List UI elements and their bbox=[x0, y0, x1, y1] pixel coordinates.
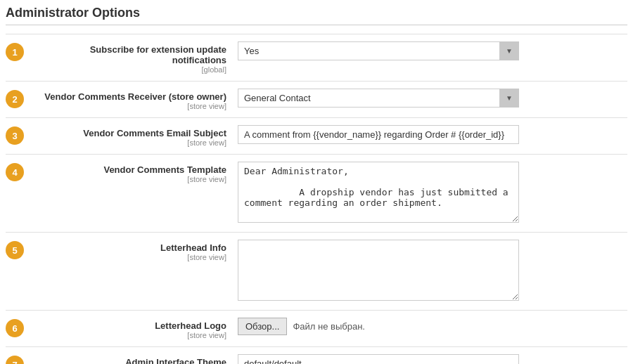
badge-icon-1: 1 bbox=[6, 43, 24, 61]
row-control-7 bbox=[238, 354, 627, 364]
textarea-5[interactable] bbox=[238, 240, 519, 301]
row-label-5: Letterhead Info[store view] bbox=[34, 240, 238, 261]
badge-icon-3: 3 bbox=[6, 126, 24, 145]
file-row-6: Обзор...Файл не выбран. bbox=[238, 318, 627, 335]
form-container: 1Subscribe for extension update notifica… bbox=[6, 34, 627, 364]
row-badge-4: 4 bbox=[6, 162, 34, 181]
badge-icon-5: 5 bbox=[6, 241, 24, 259]
row-control-5 bbox=[238, 240, 627, 303]
text-input-7[interactable] bbox=[238, 354, 519, 364]
label-sub-2: [store view] bbox=[34, 102, 226, 110]
row-label-6: Letterhead Logo[store view] bbox=[34, 318, 238, 339]
label-main-7: Admin Interface Theme bbox=[34, 357, 226, 364]
row-label-2: Vendor Comments Receiver (store owner)[s… bbox=[34, 89, 238, 110]
row-badge-5: 5 bbox=[6, 240, 34, 259]
row-label-7: Admin Interface Theme[store view] bbox=[34, 354, 238, 364]
row-control-3 bbox=[238, 125, 627, 144]
label-sub-6: [store view] bbox=[34, 331, 226, 339]
label-sub-5: [store view] bbox=[34, 253, 226, 261]
row-control-2: General ContactSales RepresentativeCusto… bbox=[238, 89, 627, 108]
label-main-1: Subscribe for extension update notificat… bbox=[34, 44, 226, 65]
row-label-4: Vendor Comments Template[store view] bbox=[34, 162, 238, 183]
form-row-6: 6Letterhead Logo[store view]Обзор...Файл… bbox=[6, 310, 627, 346]
label-main-5: Letterhead Info bbox=[34, 242, 226, 253]
form-row-4: 4Vendor Comments Template[store view] bbox=[6, 154, 627, 232]
form-row-3: 3Vendor Comments Email Subject[store vie… bbox=[6, 117, 627, 154]
row-badge-3: 3 bbox=[6, 125, 34, 145]
badge-icon-6: 6 bbox=[6, 319, 24, 337]
select-wrapper-1: YesNo bbox=[238, 41, 519, 60]
row-badge-7: 7 bbox=[6, 354, 34, 364]
row-label-1: Subscribe for extension update notificat… bbox=[34, 41, 238, 74]
select-wrapper-2: General ContactSales RepresentativeCusto… bbox=[238, 89, 519, 108]
label-sub-4: [store view] bbox=[34, 175, 226, 183]
select-2[interactable]: General ContactSales RepresentativeCusto… bbox=[238, 89, 519, 108]
label-main-6: Letterhead Logo bbox=[34, 320, 226, 331]
select-1[interactable]: YesNo bbox=[238, 41, 519, 60]
row-control-6: Обзор...Файл не выбран. bbox=[238, 318, 627, 335]
text-input-3[interactable] bbox=[238, 125, 519, 144]
label-main-2: Vendor Comments Receiver (store owner) bbox=[34, 91, 226, 102]
badge-icon-4: 4 bbox=[6, 163, 24, 181]
row-badge-2: 2 bbox=[6, 89, 34, 108]
label-sub-1: [global] bbox=[34, 65, 226, 74]
file-no-chosen-label-6: Файл не выбран. bbox=[293, 321, 365, 332]
form-row-7: 7Admin Interface Theme[store view] bbox=[6, 346, 627, 364]
form-row-1: 1Subscribe for extension update notifica… bbox=[6, 34, 627, 81]
badge-icon-7: 7 bbox=[6, 356, 24, 364]
badge-icon-2: 2 bbox=[6, 90, 24, 108]
form-row-5: 5Letterhead Info[store view] bbox=[6, 232, 627, 310]
row-control-1: YesNo bbox=[238, 41, 627, 60]
row-label-3: Vendor Comments Email Subject[store view… bbox=[34, 125, 238, 147]
row-badge-6: 6 bbox=[6, 318, 34, 337]
label-main-3: Vendor Comments Email Subject bbox=[34, 128, 226, 138]
file-browse-button-6[interactable]: Обзор... bbox=[238, 318, 287, 335]
label-sub-3: [store view] bbox=[34, 138, 226, 147]
page-title: Administrator Options bbox=[6, 6, 627, 25]
row-control-4 bbox=[238, 162, 627, 225]
textarea-4[interactable] bbox=[238, 162, 519, 223]
label-main-4: Vendor Comments Template bbox=[34, 164, 226, 175]
row-badge-1: 1 bbox=[6, 41, 34, 61]
form-row-2: 2Vendor Comments Receiver (store owner)[… bbox=[6, 81, 627, 117]
